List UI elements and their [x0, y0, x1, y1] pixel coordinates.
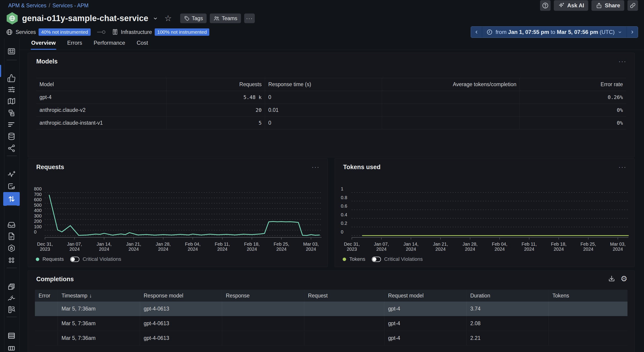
requests-panel: Requests ··· 0100200300400500600700800De…	[28, 158, 328, 267]
copy-link-button[interactable]	[628, 0, 638, 11]
sidebar-item-databases[interactable]	[3, 130, 20, 142]
svg-text:2024: 2024	[247, 247, 257, 252]
tab-performance[interactable]: Performance	[93, 40, 126, 50]
sidebar-item-service-map[interactable]	[3, 95, 20, 107]
share-button[interactable]: Share	[592, 0, 624, 11]
sidebar-item-security[interactable]	[3, 242, 20, 254]
svg-text:2024: 2024	[465, 247, 475, 252]
models-col-avg-tokens[interactable]: Average tokens/completion	[382, 78, 520, 91]
svg-text:0.8: 0.8	[341, 195, 347, 200]
time-range-end: Mar 5, 07:56 pm	[557, 29, 598, 35]
sidebar-item-connections[interactable]	[3, 142, 20, 154]
svg-text:Feb 18,: Feb 18,	[551, 242, 567, 247]
help-button[interactable]	[540, 0, 550, 11]
sidebar-item-logs[interactable]	[3, 119, 20, 131]
tokens-panel-menu[interactable]: ···	[618, 164, 626, 170]
sidebar-item-tables[interactable]	[3, 330, 20, 342]
completions-col-timestamp[interactable]: Timestamp ↓	[58, 290, 140, 302]
sidebar-item-apm-traffic-active[interactable]	[3, 192, 20, 206]
requests-legend-label[interactable]: Requests	[42, 256, 64, 262]
tokens-panel-title: Tokens used	[335, 159, 634, 171]
tab-errors[interactable]: Errors	[67, 40, 82, 50]
critical-violations-toggle[interactable]	[70, 257, 80, 262]
completions-col-request[interactable]: Request	[304, 290, 384, 302]
time-shift-forward-button[interactable]	[627, 26, 638, 38]
models-col-model[interactable]: Model	[36, 78, 166, 91]
svg-text:2023: 2023	[347, 247, 357, 252]
ask-ai-button[interactable]: Ask AI	[554, 0, 588, 11]
svg-text:2024: 2024	[128, 247, 139, 252]
top-bar: APM & Services / Services - APM Ask AI	[0, 0, 644, 11]
models-cell-model[interactable]: gpt-4	[36, 91, 166, 104]
svg-text:Mar 03,: Mar 03,	[303, 242, 319, 247]
models-panel: Models ··· Model Requests Response time …	[28, 53, 634, 157]
sidebar-item-adjustments[interactable]	[3, 84, 20, 96]
svg-text:2024: 2024	[524, 247, 534, 252]
breadcrumb: APM & Services / Services - APM	[8, 2, 88, 9]
models-table: Model Requests Response time (s) Average…	[36, 78, 626, 130]
service-tabs: Overview Errors Performance Cost	[20, 38, 644, 50]
sidebar-divider	[7, 268, 17, 268]
critical-violations-toggle[interactable]	[372, 257, 381, 262]
sidebar-item-synthetic-checks[interactable]	[3, 180, 20, 192]
favorite-star-icon[interactable]: ☆	[164, 13, 172, 23]
completions-col-duration[interactable]: Duration	[466, 290, 549, 302]
sidebar-item-metrics-explore[interactable]	[3, 292, 20, 304]
completions-col-response-model[interactable]: Response model	[140, 290, 222, 302]
instrumentation-row: Services 40% not instrumented Infrastruc…	[0, 26, 644, 38]
svg-text:2024: 2024	[613, 247, 623, 252]
completions-row[interactable]: Mar 5, 7:36am gpt-4-0613 gpt-4 2.08	[35, 316, 628, 331]
completions-row[interactable]: Mar 5, 7:36am gpt-4-0613 gpt-4 2.21	[35, 331, 628, 346]
time-range-button[interactable]: from Jan 1, 07:55 pm to Mar 5, 07:56 pm …	[482, 26, 627, 38]
breadcrumb-apm-services[interactable]: APM & Services	[8, 2, 46, 9]
svg-text:100: 100	[34, 224, 42, 229]
gear-icon[interactable]: ⚙	[620, 275, 628, 283]
svg-text:0.4: 0.4	[341, 212, 347, 217]
svg-text:Dec 31,: Dec 31,	[37, 242, 53, 247]
sidebar-item-favorites[interactable]	[3, 72, 20, 84]
models-cell-model[interactable]: anthropic.claude-instant-v1	[36, 117, 166, 130]
completions-row[interactable]: Mar 5, 7:36am gpt-4-0613 gpt-4 3.74	[35, 302, 628, 316]
title-caret-down-icon[interactable]	[152, 15, 158, 21]
models-col-error-rate[interactable]: Error rate	[520, 78, 626, 91]
completions-col-response[interactable]: Response	[222, 290, 304, 302]
title-more-menu[interactable]: ···	[244, 13, 255, 23]
models-col-response-time[interactable]: Response time (s)	[265, 78, 382, 91]
sidebar-item-app-grid[interactable]	[3, 254, 20, 266]
timepicker-caret-down-icon	[618, 29, 622, 35]
tokens-legend-label[interactable]: Tokens	[349, 256, 366, 262]
sidebar-item-server-search[interactable]	[3, 304, 20, 316]
svg-text:Feb 04,: Feb 04,	[185, 242, 200, 247]
requests-panel-title: Requests	[28, 159, 328, 171]
sidebar-item-copies[interactable]	[3, 281, 20, 293]
svg-text:Jan 28,: Jan 28,	[462, 242, 478, 247]
time-shift-back-button[interactable]	[471, 26, 482, 38]
sidebar-item-documents[interactable]	[3, 230, 20, 242]
svg-text:200: 200	[34, 219, 42, 224]
completions-header-row: Error Timestamp ↓ Response model Respons…	[35, 290, 628, 302]
breadcrumb-services-apm[interactable]: Services - APM	[52, 2, 88, 9]
sidebar-item-inbox[interactable]	[3, 219, 20, 231]
completions-col-error[interactable]: Error	[35, 290, 58, 302]
sidebar-item-alerts-new[interactable]	[3, 169, 20, 180]
sidebar-item-boards[interactable]	[3, 342, 20, 352]
models-panel-menu[interactable]: ···	[618, 58, 626, 64]
teams-button[interactable]: Teams	[210, 13, 241, 23]
completions-col-request-model[interactable]: Request model	[384, 290, 466, 302]
sidebar-item-observability-app[interactable]	[3, 45, 20, 57]
requests-panel-menu[interactable]: ···	[312, 164, 320, 170]
models-cell-model[interactable]: anthropic.claude-v2	[36, 104, 166, 117]
tags-button[interactable]: Tags	[180, 13, 207, 23]
tab-overview[interactable]: Overview	[31, 40, 56, 50]
completions-col-tokens[interactable]: Tokens	[549, 290, 628, 302]
svg-text:Feb 18,: Feb 18,	[244, 242, 260, 247]
sidebar-item-service-flows[interactable]	[3, 107, 20, 119]
tag-icon	[184, 15, 190, 21]
tokens-panel: Tokens used ··· 00.20.40.60.81Dec 31,202…	[334, 158, 634, 267]
models-col-requests[interactable]: Requests	[166, 78, 265, 91]
tab-cost[interactable]: Cost	[136, 40, 148, 50]
download-icon[interactable]	[608, 275, 616, 283]
svg-text:2024: 2024	[188, 247, 198, 252]
teams-icon	[214, 15, 220, 21]
svg-text:Feb 11,: Feb 11,	[214, 242, 230, 247]
